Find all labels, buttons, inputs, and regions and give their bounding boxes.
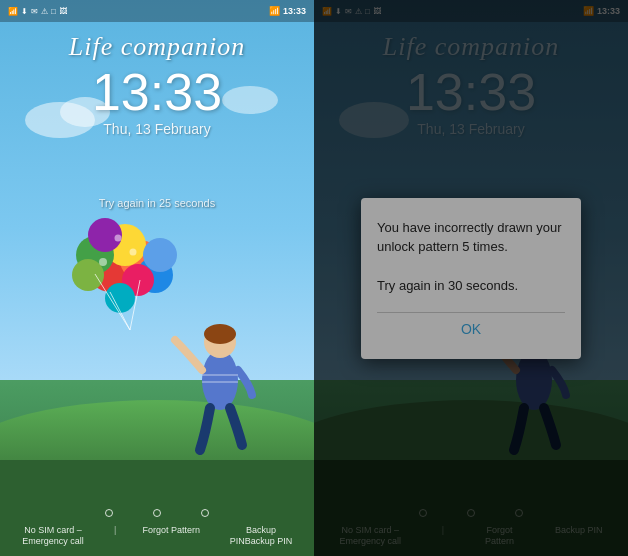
right-phone-screen: 📶 ⬇ ✉ ⚠ □ 🖼 📶 13:33 Life companion 13:33…: [314, 0, 628, 556]
status-icons-right: 📶 13:33: [269, 6, 306, 16]
status-icons-left: 📶 ⬇ ✉ ⚠ □ 🖼: [8, 7, 67, 16]
tagline-left: Life companion: [0, 32, 314, 62]
dot-1: [105, 509, 113, 517]
svg-point-19: [99, 258, 107, 266]
svg-point-24: [204, 324, 236, 344]
dialog-box: You have incorrectly drawn your unlock p…: [361, 198, 581, 359]
svg-point-20: [130, 249, 137, 256]
svg-point-22: [202, 350, 238, 410]
status-time-left: 13:33: [283, 6, 306, 16]
svg-point-15: [72, 259, 104, 291]
svg-point-21: [115, 235, 122, 242]
divider-1: |: [114, 525, 116, 548]
time-left: 13:33: [0, 64, 314, 121]
forgot-pattern-link[interactable]: Forgot Pattern: [142, 525, 200, 548]
dialog-ok-button[interactable]: OK: [377, 313, 565, 345]
dialog-message: You have incorrectly drawn your unlock p…: [377, 218, 565, 296]
no-sim-emergency-link[interactable]: No SIM card – Emergency call: [18, 525, 88, 548]
lock-content: Life companion 13:33 Thu, 13 February Tr…: [0, 22, 314, 209]
bottom-area-left: No SIM card – Emergency call | Forgot Pa…: [0, 509, 314, 556]
left-phone-screen: 📶 ⬇ ✉ ⚠ □ 🖼 📶 13:33 Life companion 13:33…: [0, 0, 314, 556]
backup-pin-link[interactable]: Backup PINBackup PIN: [226, 525, 296, 548]
status-bar: 📶 ⬇ ✉ ⚠ □ 🖼 📶 13:33: [0, 0, 314, 22]
dot-3: [201, 509, 209, 517]
try-again-left: Try again in 25 seconds: [0, 197, 314, 209]
svg-point-14: [143, 238, 177, 272]
dots-row-left: [0, 509, 314, 517]
date-left: Thu, 13 February: [0, 121, 314, 137]
bottom-links-left: No SIM card – Emergency call | Forgot Pa…: [0, 525, 314, 548]
dialog-overlay: You have incorrectly drawn your unlock p…: [314, 0, 628, 556]
dot-2: [153, 509, 161, 517]
